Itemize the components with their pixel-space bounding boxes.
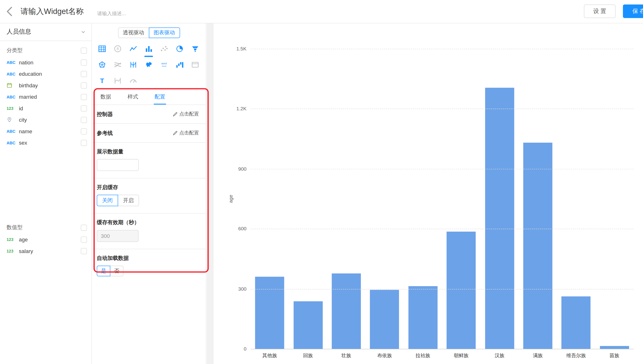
waterfall-chart-icon[interactable]	[175, 60, 184, 70]
field-row-name[interactable]: ABC name	[0, 126, 92, 137]
bar-汉族[interactable]	[485, 88, 514, 349]
line-chart-icon[interactable]	[128, 44, 138, 54]
y-tick-label: 0	[244, 346, 246, 352]
field-row-city[interactable]: city	[0, 114, 92, 126]
widget-description-input[interactable]: 请输入描述...	[97, 10, 126, 17]
number-type-icon: 123	[7, 249, 19, 253]
field-row-birthday[interactable]: birthday	[0, 80, 92, 91]
bar-chart-plot: age 其他族回族壮族布依族拉祜族朝鲜族汉族满族维吾尔族苗族 030060090…	[250, 49, 634, 349]
pivot-mode-button[interactable]: 透视驱动	[118, 28, 149, 38]
field-row-id[interactable]: 123 id	[0, 102, 92, 114]
wordcloud-chart-icon[interactable]: wordcloud	[159, 60, 169, 70]
tab-style[interactable]: 样式	[128, 92, 138, 104]
radar-chart-icon[interactable]	[97, 60, 107, 70]
controller-label: 控制器	[97, 110, 113, 118]
view-selector[interactable]: 人员信息	[0, 23, 92, 41]
field-row-sex[interactable]: ABC sex	[0, 137, 92, 148]
field-row-age[interactable]: 123 age	[0, 234, 92, 245]
string-type-icon: ABC	[7, 129, 19, 134]
bar-其他族[interactable]	[255, 277, 284, 349]
richtext-chart-icon[interactable]: T	[97, 76, 107, 86]
chart-config-panel: 透视驱动 图表驱动 8	[92, 23, 206, 364]
view-name: 人员信息	[7, 28, 31, 36]
data-limit-input[interactable]	[97, 159, 139, 171]
bar-布依族[interactable]	[370, 290, 399, 349]
double-y-axis-chart-icon[interactable]	[113, 76, 123, 86]
chart-mode-button[interactable]: 图表驱动	[149, 28, 180, 38]
reference-line-label: 参考线	[97, 129, 113, 136]
field-checkbox[interactable]	[81, 71, 87, 77]
category-select-all-checkbox[interactable]	[81, 47, 87, 54]
gridline	[250, 109, 634, 109]
cache-off-button[interactable]: 关闭	[97, 195, 118, 206]
tab-data[interactable]: 数据	[100, 92, 111, 104]
field-checkbox[interactable]	[81, 128, 87, 134]
field-checkbox[interactable]	[81, 59, 87, 65]
cache-section: 开启缓存 关闭 开启	[92, 178, 206, 214]
field-row-education[interactable]: ABC education	[0, 68, 92, 80]
x-tick-label: 苗族	[595, 352, 634, 359]
bar-slot	[289, 49, 327, 349]
autoload-yes-button[interactable]: 是	[97, 266, 110, 276]
category-section-label: 分类型	[7, 46, 23, 54]
reference-line-configure-link[interactable]: 点击配置	[172, 130, 199, 136]
cache-expire-input[interactable]	[97, 230, 139, 242]
field-checkbox[interactable]	[81, 82, 87, 88]
field-checkbox[interactable]	[81, 117, 87, 123]
widget-editor: 请输入Widget名称 请输入描述... 设 置 保 存 人员信息 分类型 AB…	[0, 0, 643, 364]
chart-preview-area: age 其他族回族壮族布依族拉祜族朝鲜族汉族满族维吾尔族苗族 030060090…	[214, 23, 643, 364]
back-arrow-icon	[5, 6, 15, 17]
pie-chart-icon[interactable]	[175, 44, 184, 54]
map-chart-icon[interactable]	[144, 60, 154, 70]
field-checkbox[interactable]	[81, 236, 87, 242]
y-tick-label: 300	[238, 286, 246, 292]
field-checkbox[interactable]	[81, 248, 87, 254]
bar-满族[interactable]	[523, 143, 552, 349]
field-row-married[interactable]: ABC married	[0, 91, 92, 102]
parallel-chart-icon[interactable]	[128, 60, 138, 70]
gridline	[250, 229, 634, 229]
svg-text:T: T	[100, 77, 104, 84]
funnel-chart-icon[interactable]	[190, 44, 200, 54]
fields-sidebar: 人员信息 分类型 ABC nation ABC education	[0, 23, 92, 364]
mode-toggle: 透视驱动 图表驱动	[92, 28, 206, 38]
bar-苗族[interactable]	[600, 346, 629, 349]
sankey-chart-icon[interactable]	[113, 60, 122, 70]
category-section-head: 分类型	[0, 44, 92, 56]
scatter-chart-icon[interactable]	[159, 44, 169, 54]
bar-slot	[442, 49, 480, 349]
date-type-icon	[7, 82, 19, 88]
bar-回族[interactable]	[294, 302, 323, 349]
save-button[interactable]: 保 存	[623, 4, 643, 18]
bar-slot	[250, 49, 289, 349]
iframe-chart-icon[interactable]	[190, 60, 200, 70]
field-checkbox[interactable]	[81, 140, 87, 146]
bar-chart-icon[interactable]	[144, 44, 154, 54]
field-checkbox[interactable]	[81, 94, 87, 100]
bar-壮族[interactable]	[332, 273, 361, 349]
autoload-no-button[interactable]: 否	[110, 266, 123, 276]
category-fields-section: 分类型 ABC nation ABC education	[0, 41, 92, 148]
scorecard-chart-icon[interactable]: 8	[113, 44, 122, 54]
x-tick-label: 维吾尔族	[557, 352, 596, 359]
field-row-nation[interactable]: ABC nation	[0, 56, 92, 68]
controller-configure-link[interactable]: 点击配置	[172, 111, 199, 118]
pencil-icon	[172, 112, 178, 117]
gauge-chart-icon[interactable]	[128, 76, 138, 86]
back-button[interactable]	[5, 6, 16, 17]
widget-name-input[interactable]: 请输入Widget名称	[20, 6, 84, 17]
bar-拉祜族[interactable]	[408, 286, 438, 349]
table-chart-icon[interactable]	[97, 44, 107, 54]
number-type-icon: 123	[7, 237, 19, 242]
settings-button[interactable]: 设 置	[584, 4, 616, 18]
y-tick-label: 900	[238, 166, 246, 172]
data-limit-section: 展示数据量	[92, 143, 206, 178]
numeric-select-all-checkbox[interactable]	[81, 224, 87, 230]
field-row-salary[interactable]: 123 salary	[0, 245, 92, 256]
tab-config[interactable]: 配置	[154, 92, 165, 104]
bar-维吾尔族[interactable]	[562, 296, 591, 349]
field-checkbox[interactable]	[81, 105, 87, 111]
bar-朝鲜族[interactable]	[447, 232, 476, 349]
data-limit-label: 展示数据量	[97, 148, 201, 155]
cache-on-button[interactable]: 开启	[118, 195, 139, 206]
